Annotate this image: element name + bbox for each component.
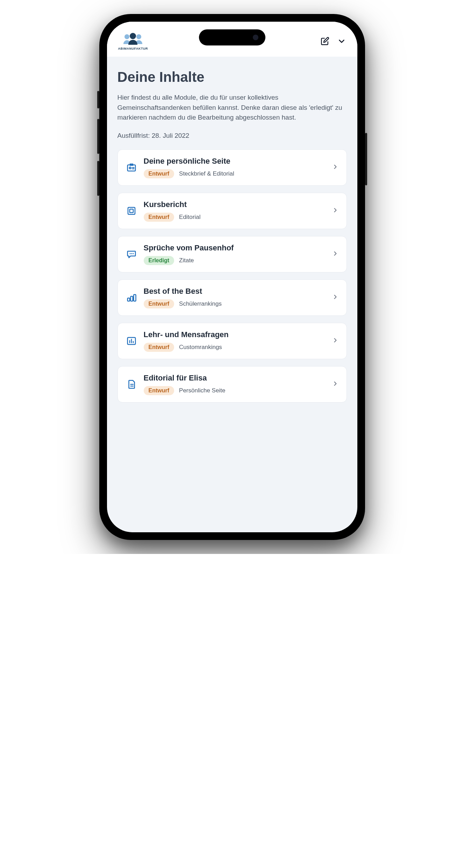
status-badge: Erledigt <box>144 256 174 265</box>
chevron-down-icon <box>337 37 346 46</box>
chevron-right-icon <box>332 293 339 302</box>
svg-point-0 <box>124 34 129 39</box>
chevron-right-icon <box>332 163 339 172</box>
chevron-right-icon <box>332 337 339 345</box>
svg-point-1 <box>136 34 141 39</box>
brand-logo: ABIMANUFAKTUR <box>118 32 148 50</box>
poll-icon <box>126 336 137 346</box>
module-card[interactable]: Deine persönliche SeiteEntwurfSteckbrief… <box>117 149 347 186</box>
status-badge: Entwurf <box>144 386 174 395</box>
chevron-right-icon <box>332 207 339 215</box>
card-category: Steckbrief & Editorial <box>179 170 234 177</box>
card-title: Best of the Best <box>144 287 326 296</box>
module-card[interactable]: KursberichtEntwurfEditorial <box>117 193 347 229</box>
card-category: Schülerrankings <box>179 300 222 307</box>
module-card[interactable]: Sprüche vom PausenhofErledigtZitate <box>117 236 347 272</box>
page-title: Deine Inhalte <box>117 69 347 85</box>
brand-text: ABIMANUFAKTUR <box>118 47 148 50</box>
card-body: Lehr- und MensafragenEntwurfCustomrankin… <box>144 330 326 352</box>
card-body: Editorial für ElisaEntwurfPersönliche Se… <box>144 373 326 395</box>
card-title: Editorial für Elisa <box>144 373 326 383</box>
chat-icon <box>126 249 137 259</box>
card-category: Editorial <box>179 214 200 221</box>
card-title: Sprüche vom Pausenhof <box>144 243 326 252</box>
edit-button[interactable] <box>320 37 329 46</box>
card-body: Best of the BestEntwurfSchülerrankings <box>144 287 326 308</box>
menu-toggle-button[interactable] <box>337 37 346 46</box>
people-logo-icon <box>122 32 144 46</box>
card-meta: EntwurfCustomrankings <box>144 343 326 352</box>
card-body: KursberichtEntwurfEditorial <box>144 200 326 222</box>
page-description: Hier findest du alle Module, die du für … <box>117 93 347 123</box>
card-category: Zitate <box>179 257 194 264</box>
card-meta: EntwurfSchülerrankings <box>144 299 326 308</box>
news-icon <box>126 206 137 216</box>
card-meta: EntwurfPersönliche Seite <box>144 386 326 395</box>
card-body: Sprüche vom PausenhofErledigtZitate <box>144 243 326 265</box>
device-notch <box>199 29 265 45</box>
status-badge: Entwurf <box>144 169 174 178</box>
deadline-text: Ausfüllfrist: 28. Juli 2022 <box>117 132 347 140</box>
doc-icon <box>126 379 137 390</box>
card-meta: EntwurfSteckbrief & Editorial <box>144 169 326 178</box>
card-category: Persönliche Seite <box>179 387 225 394</box>
card-body: Deine persönliche SeiteEntwurfSteckbrief… <box>144 157 326 178</box>
status-badge: Entwurf <box>144 299 174 308</box>
card-title: Lehr- und Mensafragen <box>144 330 326 339</box>
card-title: Deine persönliche Seite <box>144 157 326 166</box>
card-category: Customrankings <box>179 344 222 351</box>
chevron-right-icon <box>332 250 339 258</box>
chevron-right-icon <box>332 380 339 389</box>
module-card[interactable]: Lehr- und MensafragenEntwurfCustomrankin… <box>117 323 347 359</box>
status-badge: Entwurf <box>144 213 174 222</box>
svg-point-2 <box>130 33 136 39</box>
edit-icon <box>320 37 329 46</box>
card-meta: EntwurfEditorial <box>144 213 326 222</box>
card-meta: ErledigtZitate <box>144 256 326 265</box>
module-card[interactable]: Editorial für ElisaEntwurfPersönliche Se… <box>117 366 347 403</box>
bars-icon <box>126 292 137 303</box>
id-card-icon <box>126 162 137 173</box>
module-card[interactable]: Best of the BestEntwurfSchülerrankings <box>117 279 347 316</box>
status-badge: Entwurf <box>144 343 174 352</box>
card-title: Kursbericht <box>144 200 326 209</box>
